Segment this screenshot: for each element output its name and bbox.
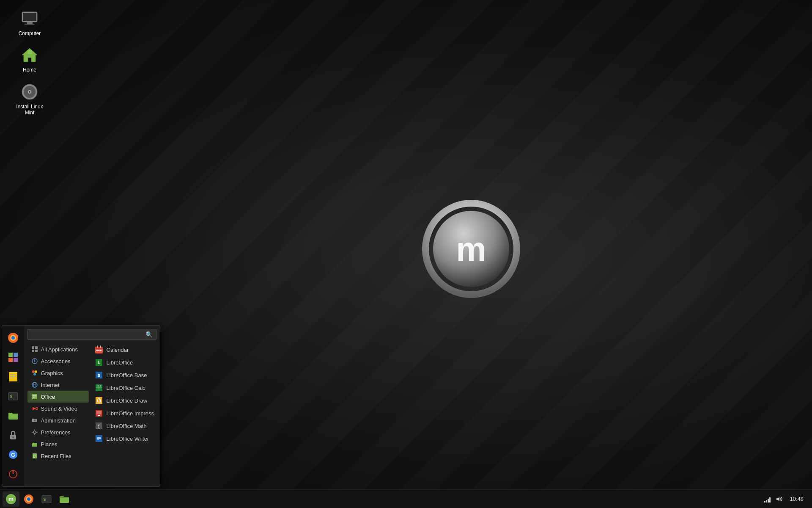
- taskbar-terminal[interactable]: $_: [38, 491, 55, 507]
- menu-sidebar: $_ G: [2, 326, 24, 486]
- svg-point-9: [29, 91, 30, 93]
- sidebar-btn-files[interactable]: [4, 407, 22, 425]
- svg-rect-17: [8, 353, 13, 357]
- svg-rect-19: [8, 358, 13, 362]
- app-calendar[interactable]: Calendar: [92, 343, 156, 356]
- svg-text:L: L: [97, 360, 100, 365]
- svg-rect-79: [96, 397, 102, 404]
- svg-point-51: [36, 408, 38, 410]
- svg-rect-33: [32, 346, 34, 349]
- svg-point-16: [11, 336, 15, 340]
- sound-video-icon: [31, 405, 38, 412]
- cat-graphics[interactable]: Graphics: [27, 367, 89, 379]
- svg-rect-34: [35, 346, 38, 349]
- sidebar-btn-terminal[interactable]: $_: [4, 387, 22, 405]
- svg-point-28: [12, 436, 14, 438]
- menu-main: 🔍 All Application: [24, 326, 160, 486]
- desktop-icons: Computer Home Install Linux Mint: [13, 8, 47, 116]
- menu-categories: All Applications Accessories: [27, 343, 89, 483]
- cat-administration[interactable]: Administration: [27, 414, 89, 426]
- app-libreoffice-draw[interactable]: LibreOffice Draw: [92, 394, 156, 407]
- lo-calc-app-icon: A B: [95, 384, 103, 392]
- cat-sound-video[interactable]: Sound & Video: [27, 403, 89, 414]
- desktop-icon-home[interactable]: Home: [13, 45, 47, 73]
- desktop-icon-install[interactable]: Install Linux Mint: [13, 82, 47, 116]
- svg-point-41: [35, 370, 37, 373]
- cat-internet[interactable]: Internet: [27, 379, 89, 391]
- internet-icon: [31, 381, 38, 389]
- sidebar-btn-grid[interactable]: [4, 348, 22, 366]
- lo-draw-app-icon: [95, 396, 103, 405]
- svg-text:m: m: [8, 496, 14, 502]
- svg-rect-18: [14, 353, 18, 357]
- svg-rect-5: [27, 50, 32, 54]
- svg-text:∑: ∑: [97, 424, 100, 428]
- taskbar-clock[interactable]: 10:48: [787, 496, 806, 502]
- svg-rect-20: [14, 358, 18, 362]
- sidebar-btn-search[interactable]: G: [4, 446, 22, 464]
- menu-apps-list: Calendar L LibreOffice: [89, 343, 156, 483]
- svg-text:$_: $_: [43, 497, 49, 502]
- svg-point-54: [33, 431, 36, 433]
- sidebar-btn-power[interactable]: [4, 465, 22, 483]
- accessories-icon: [31, 357, 38, 365]
- svg-rect-2: [27, 22, 33, 24]
- taskbar-firefox[interactable]: [20, 491, 37, 507]
- install-icon-label: Install Linux Mint: [13, 104, 47, 116]
- cat-recent-files[interactable]: Recent Files: [27, 450, 89, 462]
- search-icon[interactable]: 🔍: [145, 331, 153, 338]
- svg-marker-103: [776, 497, 779, 501]
- app-libreoffice-writer[interactable]: LibreOffice Writer: [92, 432, 156, 445]
- svg-text:m: m: [456, 230, 486, 268]
- recent-files-icon: [31, 452, 38, 460]
- libreoffice-app-icon: L: [95, 358, 103, 367]
- home-icon-label: Home: [23, 67, 36, 73]
- home-icon: [19, 45, 40, 65]
- install-icon: [19, 82, 40, 102]
- app-libreoffice[interactable]: L LibreOffice: [92, 356, 156, 369]
- svg-text:B: B: [97, 373, 100, 378]
- computer-icon: [19, 8, 40, 29]
- tray-volume-icon[interactable]: [775, 495, 784, 503]
- taskbar-files[interactable]: [56, 491, 73, 507]
- cat-preferences[interactable]: Preferences: [27, 426, 89, 438]
- svg-text:$_: $_: [10, 394, 16, 399]
- sidebar-btn-notes[interactable]: [4, 368, 22, 386]
- system-tray: 10:48: [760, 495, 809, 503]
- computer-icon-label: Computer: [19, 30, 41, 36]
- desktop-icon-computer[interactable]: Computer: [13, 8, 47, 36]
- search-bar[interactable]: 🔍: [27, 329, 156, 340]
- svg-point-39: [34, 361, 35, 362]
- svg-text:G: G: [11, 452, 15, 458]
- cat-places[interactable]: Places: [27, 438, 89, 450]
- cat-all-applications[interactable]: All Applications: [27, 343, 89, 355]
- svg-rect-101: [768, 499, 769, 502]
- places-icon: [31, 440, 38, 448]
- svg-rect-35: [32, 350, 34, 352]
- graphics-icon: [31, 369, 38, 377]
- search-input[interactable]: [31, 331, 145, 338]
- svg-rect-66: [98, 350, 99, 351]
- calendar-app-icon: [95, 345, 103, 354]
- all-apps-icon: [31, 345, 38, 353]
- svg-rect-21: [9, 372, 17, 381]
- sidebar-btn-firefox[interactable]: [4, 329, 22, 347]
- svg-point-42: [33, 373, 36, 375]
- cat-accessories[interactable]: Accessories: [27, 355, 89, 367]
- sidebar-btn-lock[interactable]: [4, 426, 22, 444]
- svg-rect-36: [35, 350, 38, 352]
- svg-point-53: [34, 420, 36, 421]
- svg-rect-100: [766, 500, 767, 502]
- svg-rect-99: [764, 501, 765, 502]
- app-libreoffice-impress[interactable]: LibreOffice Impress: [92, 407, 156, 420]
- app-libreoffice-math[interactable]: ∑ LibreOffice Math: [92, 420, 156, 432]
- svg-rect-67: [100, 350, 102, 351]
- mint-logo: m: [420, 198, 522, 300]
- app-libreoffice-calc[interactable]: A B LibreOffice Calc: [92, 381, 156, 394]
- app-libreoffice-base[interactable]: B LibreOffice Base: [92, 369, 156, 381]
- start-menu: $_ G: [2, 325, 160, 487]
- tray-network-icon[interactable]: [763, 495, 772, 503]
- svg-rect-84: [98, 415, 100, 416]
- cat-office[interactable]: Office: [27, 391, 89, 403]
- taskbar-mint-menu[interactable]: m: [3, 491, 19, 507]
